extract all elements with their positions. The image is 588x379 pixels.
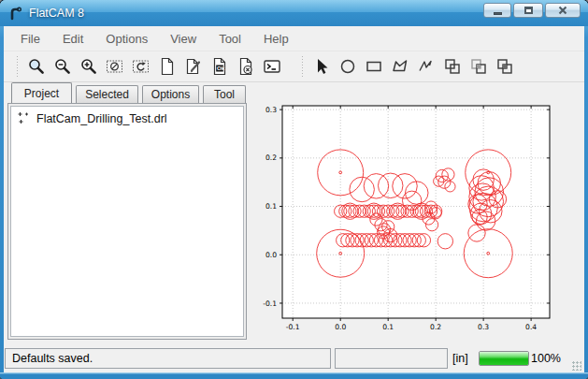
circle-tool-button[interactable] (335, 53, 361, 80)
ok-file-button[interactable]: Ok (207, 53, 233, 80)
svg-text:0.2: 0.2 (430, 323, 441, 331)
replot-icon (132, 57, 151, 76)
menu-file[interactable]: File (11, 28, 50, 50)
resize-grip[interactable] (572, 361, 581, 371)
client-area: File Edit Options View Tool Help (4, 26, 584, 372)
close-icon (558, 6, 567, 15)
menubar: File Edit Options View Tool Help (4, 26, 584, 51)
window-controls (483, 3, 581, 18)
polygon-tool-button[interactable] (387, 53, 413, 80)
progress-fill (480, 352, 528, 365)
window-bottom-border (0, 372, 588, 379)
svg-text:-0.1: -0.1 (286, 323, 300, 331)
menu-options[interactable]: Options (96, 28, 157, 50)
zoom-fit-button[interactable] (23, 53, 50, 80)
flatcam-logo-icon (8, 6, 23, 21)
replot-button[interactable] (128, 53, 154, 80)
units-label: [in] (452, 352, 468, 365)
toolbar-grip-2[interactable] (301, 56, 304, 77)
clear-plot-icon (106, 57, 124, 76)
polyline-tool-icon (417, 57, 436, 76)
status-aux-box (335, 348, 448, 369)
project-tree[interactable]: FlatCam_Drilling_Test.drl (10, 106, 244, 337)
tab-project[interactable]: Project (11, 82, 72, 103)
zoom-out-button[interactable] (50, 53, 76, 80)
svg-text:0.2: 0.2 (265, 153, 277, 162)
tree-item-label: FlatCam_Drilling_Test.drl (36, 112, 167, 125)
minimize-icon (494, 12, 502, 15)
window-title: FlatCAM 8 (29, 7, 84, 20)
intersection-tool-icon (469, 57, 488, 76)
flatcam-window: FlatCAM 8 File Edit Options View Tool He… (0, 0, 588, 379)
polygon-tool-icon (391, 57, 409, 76)
statusbar: Defaults saved. [in] 100% (4, 345, 584, 372)
progress-percent: 100% (531, 352, 561, 365)
svg-text:0.3: 0.3 (478, 323, 489, 331)
menu-edit[interactable]: Edit (53, 28, 93, 50)
select-tool-button[interactable] (308, 53, 335, 80)
new-file-icon (158, 57, 177, 76)
svg-text:0.0: 0.0 (265, 251, 277, 259)
svg-text:0.3: 0.3 (265, 106, 277, 114)
toolbar: Ok (4, 51, 584, 82)
svg-text:0.1: 0.1 (265, 202, 277, 211)
svg-text:Ok: Ok (217, 65, 225, 71)
close-button[interactable] (545, 3, 581, 18)
shell-button[interactable] (259, 53, 285, 80)
toolbar-grip[interactable] (16, 56, 19, 77)
tab-tool[interactable]: Tool (203, 85, 246, 103)
edit-file-button[interactable] (180, 53, 207, 80)
ok-file-icon: Ok (210, 57, 229, 76)
progress-bar (479, 351, 529, 366)
plot-canvas[interactable]: -0.10.00.10.20.30.4-0.10.00.10.20.3 (249, 86, 582, 346)
delete-file-button[interactable] (233, 53, 259, 80)
maximize-icon (524, 7, 533, 14)
union-tool-button[interactable] (439, 53, 466, 80)
edit-file-icon (184, 57, 203, 76)
subtract-tool-button[interactable] (492, 53, 518, 80)
project-panel: FlatCam_Drilling_Test.drl (7, 103, 247, 340)
zoom-in-icon (79, 57, 98, 76)
status-message: Defaults saved. (12, 352, 93, 365)
select-arrow-icon (312, 57, 331, 76)
menu-help[interactable]: Help (254, 28, 298, 50)
svg-text:0.1: 0.1 (382, 323, 394, 331)
drill-plot[interactable]: -0.10.00.10.20.30.4-0.10.00.10.20.3 (249, 86, 582, 346)
delete-file-icon (237, 57, 255, 76)
intersection-tool-button[interactable] (466, 53, 492, 80)
svg-text:0.4: 0.4 (525, 323, 537, 331)
subtract-tool-icon (495, 57, 514, 76)
shell-icon (263, 57, 281, 76)
rectangle-tool-icon (365, 57, 383, 76)
zoom-out-icon (53, 57, 72, 76)
menu-tool[interactable]: Tool (209, 28, 251, 50)
minimize-button[interactable] (483, 3, 511, 18)
polyline-tool-button[interactable] (413, 53, 439, 80)
tab-selected[interactable]: Selected (76, 85, 138, 103)
titlebar[interactable]: FlatCAM 8 (0, 0, 588, 26)
union-tool-icon (443, 57, 462, 76)
circle-tool-icon (338, 57, 357, 76)
drill-object-icon (17, 111, 31, 125)
zoom-in-button[interactable] (76, 53, 102, 80)
svg-text:-0.1: -0.1 (263, 299, 277, 308)
svg-text:0.0: 0.0 (335, 323, 346, 331)
tab-options[interactable]: Options (142, 85, 199, 103)
tree-item-drill-file[interactable]: FlatCam_Drilling_Test.drl (11, 107, 243, 130)
maximize-button[interactable] (513, 3, 543, 18)
zoom-fit-icon (27, 57, 46, 76)
clear-plot-button[interactable] (102, 53, 128, 80)
new-file-button[interactable] (154, 53, 180, 80)
rectangle-tool-button[interactable] (361, 53, 387, 80)
menu-view[interactable]: View (161, 28, 206, 50)
status-message-box: Defaults saved. (5, 348, 331, 369)
